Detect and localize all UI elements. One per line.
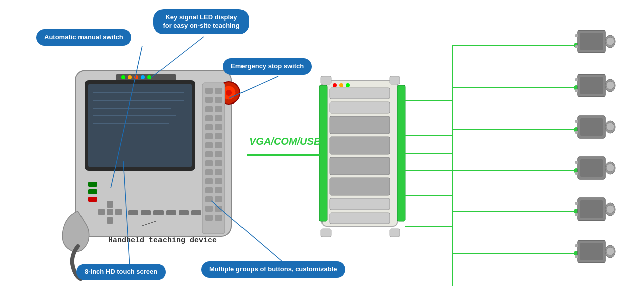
svg-rect-126	[575, 202, 578, 205]
svg-rect-105	[580, 77, 603, 94]
svg-rect-116	[578, 157, 605, 179]
svg-rect-35	[205, 151, 213, 157]
svg-rect-102	[575, 34, 578, 37]
svg-rect-2	[88, 84, 192, 167]
svg-rect-41	[205, 178, 213, 184]
svg-rect-121	[575, 172, 578, 175]
svg-rect-132	[575, 244, 578, 247]
svg-point-13	[128, 75, 132, 79]
svg-point-16	[147, 75, 151, 79]
svg-point-101	[606, 37, 614, 45]
controller-box	[319, 76, 405, 237]
callout-automatic-switch: Automatic manual switch	[36, 29, 131, 46]
svg-rect-77	[390, 76, 400, 84]
svg-rect-42	[215, 178, 222, 184]
svg-rect-52	[107, 209, 113, 215]
svg-point-74	[339, 83, 343, 87]
svg-rect-99	[580, 33, 603, 50]
svg-rect-11	[116, 74, 176, 80]
svg-rect-39	[205, 169, 213, 175]
svg-rect-46	[215, 196, 222, 202]
svg-rect-70	[330, 178, 390, 195]
emergency-stop-line	[229, 76, 278, 98]
svg-rect-61	[191, 210, 201, 215]
svg-rect-26	[215, 106, 222, 112]
svg-rect-28	[215, 115, 222, 121]
svg-rect-1	[85, 80, 195, 171]
touch-screen-line	[123, 161, 130, 266]
svg-rect-72	[330, 213, 390, 224]
svg-point-113	[606, 123, 614, 131]
svg-rect-117	[580, 159, 603, 177]
svg-rect-67	[330, 116, 390, 134]
svg-rect-47	[205, 206, 213, 212]
svg-rect-30	[215, 124, 222, 130]
svg-rect-57	[141, 210, 151, 215]
callout-buttons: Multiple groups of buttons, customizable	[201, 261, 345, 278]
svg-rect-62	[322, 80, 397, 226]
svg-rect-0	[75, 70, 231, 236]
svg-point-97	[574, 251, 579, 256]
svg-rect-71	[330, 198, 390, 210]
svg-rect-104	[578, 74, 605, 97]
svg-rect-50	[215, 215, 222, 221]
svg-point-119	[606, 164, 614, 172]
callout-key-signal: Key signal LED displayfor easy on-site t…	[153, 9, 249, 34]
svg-rect-33	[205, 142, 213, 148]
svg-rect-56	[128, 210, 138, 215]
handheld-line	[141, 221, 156, 226]
svg-rect-127	[575, 213, 578, 216]
auto-switch-line	[111, 46, 142, 188]
svg-rect-58	[153, 210, 164, 215]
svg-rect-37	[205, 160, 213, 166]
svg-rect-55	[107, 217, 113, 224]
svg-rect-78	[321, 229, 331, 237]
svg-rect-49	[205, 215, 213, 221]
handheld-device	[62, 70, 240, 279]
svg-rect-128	[578, 240, 605, 263]
key-signal-line	[151, 37, 204, 78]
callout-touch-screen: 8-inch HD touch screen	[76, 264, 166, 280]
svg-rect-98	[578, 30, 605, 53]
svg-rect-108	[575, 78, 578, 81]
svg-rect-34	[215, 142, 222, 148]
svg-rect-111	[580, 118, 603, 136]
svg-rect-40	[215, 169, 222, 175]
svg-point-94	[574, 127, 579, 132]
buttons-line	[211, 201, 287, 265]
svg-point-93	[574, 85, 579, 90]
svg-rect-68	[330, 137, 390, 154]
svg-point-14	[134, 75, 138, 79]
svg-rect-23	[205, 97, 213, 103]
svg-rect-25	[205, 106, 213, 112]
svg-rect-60	[179, 210, 189, 215]
svg-rect-120	[575, 161, 578, 164]
svg-point-10	[226, 90, 232, 96]
svg-point-12	[121, 75, 125, 79]
svg-point-73	[333, 83, 337, 87]
svg-rect-63	[319, 85, 327, 221]
svg-rect-18	[88, 189, 97, 194]
svg-rect-133	[575, 255, 578, 258]
svg-point-15	[141, 75, 145, 79]
svg-point-125	[606, 205, 614, 213]
svg-rect-122	[578, 198, 605, 221]
svg-point-9	[222, 86, 236, 100]
svg-rect-27	[205, 115, 213, 121]
svg-point-75	[346, 83, 350, 87]
svg-point-96	[574, 209, 579, 214]
svg-point-92	[574, 43, 579, 48]
svg-rect-79	[390, 229, 400, 237]
svg-rect-109	[575, 89, 578, 92]
svg-rect-59	[166, 210, 176, 215]
svg-rect-112	[605, 121, 615, 133]
svg-rect-22	[215, 88, 222, 94]
svg-rect-20	[202, 83, 225, 234]
svg-rect-24	[215, 97, 222, 103]
svg-rect-54	[107, 201, 113, 208]
svg-rect-130	[605, 245, 615, 258]
svg-rect-48	[215, 206, 222, 212]
svg-point-107	[606, 81, 614, 89]
svg-point-8	[218, 82, 240, 104]
svg-rect-124	[605, 203, 615, 216]
